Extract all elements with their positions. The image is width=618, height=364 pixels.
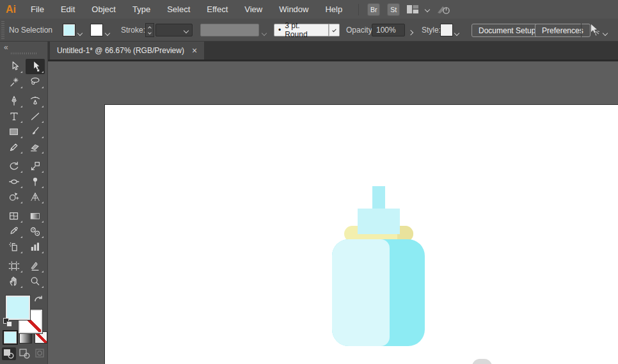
- type-tool[interactable]: [4, 109, 24, 124]
- line-segment-tool[interactable]: [26, 109, 45, 124]
- stroke-weight-stepper[interactable]: [145, 23, 154, 37]
- type-tool-icon: [7, 110, 21, 123]
- slice-tool-icon: [28, 260, 42, 273]
- artboard[interactable]: [104, 104, 618, 364]
- collapse-panel-icon[interactable]: «: [4, 43, 8, 52]
- scale-tool[interactable]: [26, 159, 45, 174]
- pen-tool[interactable]: [4, 93, 24, 109]
- bridge-button[interactable]: Br: [367, 3, 380, 16]
- pen-tool-icon: [7, 95, 21, 107]
- workspace-chevron-icon[interactable]: [425, 6, 430, 12]
- pencil-tool[interactable]: [4, 139, 24, 155]
- symbol-sprayer-tool[interactable]: [4, 239, 24, 255]
- selection-tool[interactable]: [4, 59, 24, 74]
- fill-color-swatch[interactable]: [63, 24, 75, 36]
- stroke-chevron-icon[interactable]: [105, 31, 110, 36]
- menu-select[interactable]: Select: [159, 0, 198, 19]
- column-graph-tool[interactable]: [26, 239, 45, 255]
- width-tool[interactable]: [4, 174, 24, 189]
- selection-tool-icon: [7, 60, 21, 73]
- control-bar-grip[interactable]: [1, 21, 4, 39]
- magic-wand-tool[interactable]: [4, 74, 24, 90]
- menu-window[interactable]: Window: [271, 0, 317, 19]
- scale-tool-icon: [28, 160, 42, 173]
- mesh-tool[interactable]: [4, 209, 24, 224]
- bottle-nipple-shape[interactable]: [358, 209, 400, 234]
- apply-color-button[interactable]: [4, 331, 17, 344]
- brush-preset-field[interactable]: • 3 pt. Round: [274, 24, 329, 36]
- select-similar-chevron-icon[interactable]: [603, 31, 608, 36]
- line-segment-tool-icon: [28, 110, 42, 123]
- menu-effect[interactable]: Effect: [198, 0, 236, 19]
- menu-object[interactable]: Object: [83, 0, 124, 19]
- swap-fill-stroke-icon[interactable]: [33, 294, 44, 306]
- tab-close-icon[interactable]: ×: [192, 46, 197, 55]
- opacity-field[interactable]: 100%: [372, 24, 405, 36]
- stock-button[interactable]: St: [387, 3, 400, 16]
- brush-preset-chevron[interactable]: [329, 24, 340, 36]
- shape-builder-tool-icon: [7, 191, 21, 203]
- stepper-down-icon[interactable]: [148, 31, 152, 35]
- rectangle-tool-icon: [7, 125, 21, 138]
- column-graph-tool-icon: [28, 241, 42, 253]
- menu-file[interactable]: File: [22, 0, 52, 19]
- menu-bar: Ai FileEditObjectTypeSelectEffectViewWin…: [0, 0, 618, 19]
- draw-inside-button: [34, 347, 48, 360]
- curvature-tool[interactable]: [26, 93, 45, 109]
- panel-grip[interactable]: [11, 52, 36, 54]
- zoom-tool[interactable]: [26, 274, 45, 289]
- slice-tool[interactable]: [26, 258, 45, 274]
- menu-type[interactable]: Type: [124, 0, 159, 19]
- blend-tool[interactable]: [26, 224, 45, 239]
- stroke-color-swatch[interactable]: [91, 24, 102, 36]
- symbol-sprayer-tool-icon: [7, 241, 21, 253]
- direct-selection-tool[interactable]: [26, 59, 45, 74]
- eraser-tool[interactable]: [26, 139, 45, 155]
- gradient-tool[interactable]: [26, 209, 45, 224]
- paintbrush-tool[interactable]: [26, 124, 45, 139]
- preferences-button[interactable]: Preferences: [535, 24, 590, 37]
- draw-behind-button[interactable]: [18, 347, 32, 360]
- shape-builder-tool[interactable]: [4, 189, 24, 205]
- control-bar-separator: [581, 23, 582, 37]
- tab-bar: Untitled-1* @ 66.67% (RGB/Preview) ×: [48, 42, 618, 59]
- stroke-weight-chevron-icon[interactable]: [184, 28, 189, 33]
- bottle-body-highlight-shape: [332, 239, 390, 346]
- sync-power-icon[interactable]: [436, 4, 450, 15]
- draw-normal-button[interactable]: [2, 347, 16, 360]
- eyedropper-tool[interactable]: [4, 224, 24, 239]
- tools-panel: «: [0, 42, 48, 364]
- puppet-warp-tool[interactable]: [26, 174, 45, 189]
- select-similar-icon[interactable]: [585, 23, 601, 39]
- stepper-up-icon[interactable]: [148, 26, 152, 30]
- default-fill-stroke-icon[interactable]: [3, 318, 13, 328]
- bottle-nipple-tip-shape[interactable]: [372, 186, 385, 210]
- opacity-label: Opacity:: [346, 26, 374, 35]
- rotate-tool[interactable]: [4, 159, 24, 174]
- style-swatch[interactable]: [441, 24, 452, 36]
- menu-help[interactable]: Help: [317, 0, 351, 19]
- fill-chevron-icon[interactable]: [77, 31, 83, 36]
- hand-tool[interactable]: [4, 274, 24, 289]
- rectangle-tool[interactable]: [4, 124, 24, 139]
- menu-view[interactable]: View: [236, 0, 271, 19]
- fill-proxy-swatch[interactable]: [6, 296, 30, 320]
- brush-preset-value: 3 pt. Round: [285, 21, 324, 39]
- bottle-body-shape[interactable]: [332, 239, 425, 346]
- menu-edit[interactable]: Edit: [52, 0, 83, 19]
- perspective-grid-tool[interactable]: [26, 189, 45, 205]
- pencil-tool-icon: [7, 141, 21, 154]
- style-label: Style:: [422, 26, 441, 35]
- workspace-switcher-icon[interactable]: [407, 5, 418, 13]
- opacity-flyout-icon[interactable]: [408, 30, 413, 35]
- curvature-tool-icon: [28, 95, 42, 107]
- stroke-weight-field[interactable]: [155, 24, 193, 36]
- lasso-tool[interactable]: [26, 74, 45, 90]
- partial-artwork-shape[interactable]: [472, 359, 492, 364]
- document-tab[interactable]: Untitled-1* @ 66.67% (RGB/Preview) ×: [50, 42, 204, 59]
- illustrator-logo[interactable]: Ai: [6, 4, 16, 15]
- style-chevron-icon[interactable]: [454, 31, 459, 36]
- artboard-tool[interactable]: [4, 258, 24, 274]
- document-setup-button[interactable]: Document Setup: [471, 24, 543, 37]
- width-profile-dropdown: [200, 24, 259, 36]
